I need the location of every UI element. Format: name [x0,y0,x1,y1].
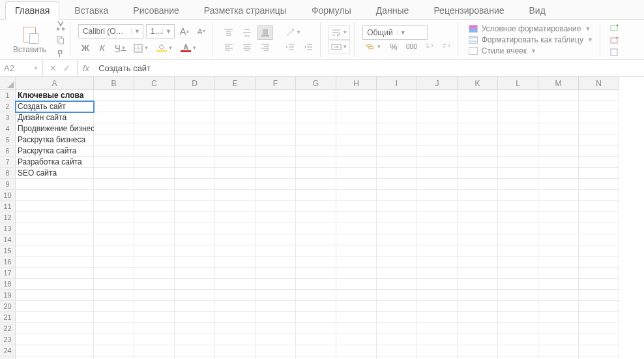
cell[interactable] [498,323,538,334]
cell[interactable] [377,323,417,334]
cell[interactable] [458,301,498,312]
cell[interactable] [417,245,458,257]
cell[interactable] [175,212,215,223]
cell[interactable] [458,268,498,279]
insert-cells-icon[interactable] [609,22,620,33]
cell[interactable] [498,279,538,290]
cell[interactable] [134,268,175,279]
column-header[interactable]: J [417,77,458,90]
cell[interactable] [256,223,296,234]
cell[interactable] [296,201,336,212]
cell[interactable] [134,179,175,190]
cell[interactable] [175,90,215,101]
row-header[interactable]: 4 [0,123,16,134]
cell[interactable] [256,134,296,146]
row-header[interactable]: 21 [0,312,16,323]
percent-button[interactable]: % [387,40,401,54]
decrease-font-button[interactable]: A▾ [194,24,209,39]
bold-button[interactable]: Ж [78,41,93,55]
cell[interactable] [336,312,377,323]
cell[interactable] [175,101,215,112]
cell[interactable] [498,356,538,359]
cell[interactable] [134,345,175,356]
cell[interactable] [336,112,377,123]
cell[interactable] [417,190,458,201]
tab-draw[interactable]: Рисование [123,1,189,19]
cell[interactable] [134,245,175,257]
cell[interactable] [336,190,377,201]
cell[interactable] [94,223,134,234]
cell[interactable] [256,356,296,359]
cell[interactable] [458,223,498,234]
cell[interactable] [134,101,175,112]
cell[interactable] [215,212,256,223]
cell[interactable] [175,146,215,157]
cell[interactable]: Ключевые слова [16,90,94,101]
cell[interactable] [377,123,417,134]
cell[interactable] [256,245,296,257]
cell[interactable] [296,179,336,190]
cell[interactable] [94,356,134,359]
cell[interactable] [538,356,579,359]
cell[interactable] [256,345,296,356]
cell[interactable] [256,301,296,312]
cell[interactable] [417,146,458,157]
cell[interactable] [16,334,94,345]
cell[interactable] [256,268,296,279]
cell[interactable] [417,234,458,245]
cell[interactable] [538,290,579,301]
cell[interactable] [498,201,538,212]
cell[interactable] [538,312,579,323]
cell[interactable] [94,90,134,101]
underline-button[interactable]: Ч▼ [112,41,129,55]
cell[interactable] [458,90,498,101]
cell[interactable] [175,112,215,123]
cell[interactable] [94,257,134,268]
cell[interactable] [296,234,336,245]
cell[interactable] [336,90,377,101]
cell[interactable] [538,146,579,157]
cell[interactable] [296,301,336,312]
cell[interactable] [417,345,458,356]
cell[interactable] [377,279,417,290]
cell[interactable] [134,212,175,223]
cell[interactable] [296,168,336,179]
cell[interactable] [377,301,417,312]
cell[interactable] [498,179,538,190]
tab-view[interactable]: Вид [520,1,555,19]
cell[interactable] [94,201,134,212]
align-bottom-button[interactable] [257,25,273,40]
column-header[interactable]: N [579,77,619,90]
column-header[interactable]: C [134,77,175,90]
cell[interactable] [94,323,134,334]
cell[interactable] [256,234,296,245]
cell[interactable] [498,334,538,345]
row-header[interactable]: 17 [0,268,16,279]
cell[interactable] [458,312,498,323]
cell[interactable] [215,234,256,245]
row-header[interactable]: 8 [0,168,16,179]
cell[interactable] [215,190,256,201]
cell[interactable] [377,179,417,190]
cell[interactable] [377,112,417,123]
cell[interactable] [16,257,94,268]
cell[interactable] [458,212,498,223]
cell[interactable] [538,223,579,234]
cell[interactable] [94,290,134,301]
cell[interactable] [538,257,579,268]
cell[interactable] [215,123,256,134]
cell[interactable] [215,168,256,179]
align-left-button[interactable] [221,40,237,54]
cell[interactable] [579,90,619,101]
cell[interactable] [579,179,619,190]
cell[interactable] [134,290,175,301]
cell[interactable] [336,257,377,268]
cell[interactable] [94,334,134,345]
cell[interactable] [16,279,94,290]
cell[interactable] [498,290,538,301]
name-box[interactable]: A2 ▼ [0,60,43,76]
cell[interactable] [175,245,215,257]
cell[interactable] [538,279,579,290]
cell[interactable] [296,112,336,123]
cell[interactable] [538,90,579,101]
